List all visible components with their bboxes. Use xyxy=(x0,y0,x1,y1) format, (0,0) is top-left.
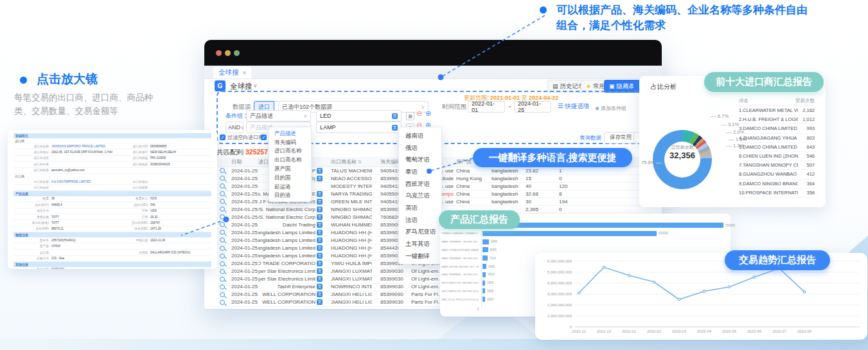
language-dropdown-item[interactable]: 西班牙语 xyxy=(399,178,441,190)
bar[interactable] xyxy=(483,231,657,236)
checkbox-checked-icon[interactable]: ✓ xyxy=(261,134,267,140)
translate-icon[interactable]: 文 xyxy=(317,268,323,274)
magnifier-icon[interactable] xyxy=(220,214,225,219)
row-magnifier-cell[interactable] xyxy=(220,182,227,190)
translate-icon[interactable]: 文 xyxy=(317,291,323,297)
quick-options-link[interactable]: ☰ 快捷选项 xyxy=(558,102,589,111)
magnifier-icon[interactable] xyxy=(220,191,225,196)
translate-icon[interactable]: 文 xyxy=(317,237,323,243)
rank-item[interactable]: 7.TANGSHAN MONOPY CERA...507 xyxy=(739,161,815,170)
translate-icon[interactable]: 文 xyxy=(317,230,323,235)
translate-icon[interactable]: 文 xyxy=(317,191,323,197)
row-magnifier-cell[interactable] xyxy=(220,221,227,228)
language-dropdown-item[interactable]: 乌克兰语 xyxy=(399,190,441,202)
magnifier-icon[interactable] xyxy=(220,277,225,282)
rank-item[interactable]: 5.DAMCO CHINA LIMITED O/B643 xyxy=(739,143,815,152)
magnifier-icon[interactable] xyxy=(220,300,225,305)
row-magnifier-cell[interactable] xyxy=(220,174,227,182)
row-magnifier-cell[interactable] xyxy=(220,205,227,213)
row-magnifier-cell[interactable] xyxy=(220,213,227,221)
language-dropdown-item[interactable]: 罗马尼亚语 xyxy=(399,226,441,239)
column-header[interactable]: 出口商名称⇅ xyxy=(331,157,372,167)
filter-import-checkbox[interactable]: ✓ 过滤空白进口商 xyxy=(220,134,263,141)
translate-icon[interactable]: 文 xyxy=(317,261,323,266)
module-title[interactable]: 全球搜 xyxy=(230,82,252,91)
magnifier-icon[interactable] xyxy=(220,207,225,212)
translate-icon[interactable]: 文 xyxy=(317,168,323,174)
field-dropdown-item[interactable]: 原产国 xyxy=(269,165,311,174)
date-from-input[interactable]: 2022-01-01 xyxy=(468,101,505,113)
field-dropdown-item[interactable]: 目的港 xyxy=(269,192,311,201)
magnifier-icon[interactable] xyxy=(220,246,225,251)
magnifier-icon[interactable] xyxy=(220,199,225,204)
save-favorite-button[interactable]: 保存常用 xyxy=(604,132,637,143)
date-to-input[interactable]: 2024-01-25 xyxy=(514,101,551,113)
field-dropdown-item[interactable]: 起运港 xyxy=(269,183,311,192)
row-magnifier-cell[interactable] xyxy=(220,167,227,174)
row-magnifier-cell[interactable] xyxy=(220,275,227,283)
magnifier-icon[interactable] xyxy=(220,222,225,227)
translate-icon[interactable]: 文 xyxy=(317,214,323,220)
magnifier-icon[interactable] xyxy=(220,230,225,235)
bar[interactable] xyxy=(483,255,488,261)
translate-icon[interactable]: 文 xyxy=(317,253,323,259)
rank-item[interactable]: 4.ZHANGJIAGANG YIHUA RU...803 xyxy=(739,134,815,143)
rank-item[interactable]: 3.DAMCO CHINA LIMITED993 xyxy=(739,124,815,133)
language-dropdown-item[interactable]: 泰语 xyxy=(399,166,441,178)
field-dropdown-item[interactable]: 出口商名称 xyxy=(269,156,311,165)
window-titlebar[interactable] xyxy=(204,40,662,66)
field-dropdown[interactable]: 产品描述海关编码进口商名称出口商名称原产国目的国起运港目的港 xyxy=(269,127,312,202)
remove-condition-icon[interactable]: ⊖ xyxy=(416,109,422,118)
magnifier-icon[interactable] xyxy=(220,292,225,297)
row-magnifier-cell[interactable] xyxy=(220,190,227,198)
keyword-input-2[interactable]: LAMP 文 xyxy=(316,122,402,133)
field-dropdown-item[interactable]: 产品描述 xyxy=(269,129,311,138)
row-magnifier-cell[interactable] xyxy=(220,198,227,205)
bar[interactable] xyxy=(483,297,485,302)
translate-icon[interactable]: 文 xyxy=(317,299,323,305)
bar[interactable] xyxy=(483,281,485,286)
row-magnifier-cell[interactable] xyxy=(220,299,227,306)
checkbox-checked-icon[interactable]: ✓ xyxy=(220,134,226,140)
bar[interactable] xyxy=(483,264,486,269)
magnifier-icon[interactable] xyxy=(220,176,225,181)
field-dropdown-item[interactable]: 目的国 xyxy=(269,174,311,183)
magnifier-icon[interactable] xyxy=(220,269,225,274)
sort-icon[interactable]: ⇅ xyxy=(358,160,362,165)
translate-icon[interactable]: 文 xyxy=(317,276,323,282)
add-condition-icon[interactable]: ⊕ xyxy=(425,109,431,118)
bar[interactable] xyxy=(483,247,488,252)
language-dropdown-item[interactable]: 俄语 xyxy=(399,142,441,154)
translate-icon[interactable]: 文 xyxy=(392,113,398,119)
tab-global-search[interactable]: 全球搜 × xyxy=(213,67,251,78)
rank-item[interactable]: 9.DAMCO NINGBO BRANCH364 xyxy=(739,180,815,189)
translate-icon[interactable]: 文 xyxy=(392,125,398,131)
minimize-window-icon[interactable] xyxy=(225,50,231,56)
bar[interactable] xyxy=(483,239,489,244)
magnifier-icon[interactable] xyxy=(220,183,225,189)
magnifier-icon[interactable] xyxy=(220,168,225,173)
bar[interactable] xyxy=(483,272,486,277)
query-data-link[interactable]: 查询数据 xyxy=(580,134,601,142)
magnifier-icon[interactable] xyxy=(220,284,225,290)
row-magnifier-cell[interactable] xyxy=(220,283,227,291)
language-dropdown-item[interactable]: 葡萄牙语 xyxy=(399,154,441,166)
translate-icon[interactable]: 文 xyxy=(317,284,323,290)
row-magnifier-cell[interactable] xyxy=(220,260,227,268)
translate-icon[interactable]: 文 xyxy=(317,176,323,181)
add-condition-group[interactable]: ⊕ 添加条件组 xyxy=(595,105,626,112)
translate-icon[interactable]: 文 xyxy=(317,199,323,205)
rank-item[interactable]: 8.GUANGZHOU WANBAO GR...412 xyxy=(739,170,815,179)
row-magnifier-cell[interactable] xyxy=(220,291,227,299)
field-dropdown-item[interactable]: 海关编码 xyxy=(269,138,311,147)
keyword-input-1[interactable]: LED 文 xyxy=(316,110,402,122)
batch-search-icon[interactable]: ▦ xyxy=(406,112,414,120)
rank-item[interactable]: 2.H.U.B. FREIGHT & LOGISTI...1,012 xyxy=(739,115,815,124)
rank-item[interactable]: 1.CLEARWATER METAL VN ...2,162 xyxy=(739,106,815,115)
translate-icon[interactable]: 文 xyxy=(317,245,323,251)
language-dropdown-item[interactable]: 土耳其语 xyxy=(399,238,441,250)
rank-item[interactable]: 6.CHIEN LUEN IND (ZHONGS...546 xyxy=(739,152,815,161)
language-dropdown-item[interactable]: 英语 xyxy=(399,202,441,214)
bar[interactable] xyxy=(483,288,485,293)
close-window-icon[interactable] xyxy=(216,50,222,56)
